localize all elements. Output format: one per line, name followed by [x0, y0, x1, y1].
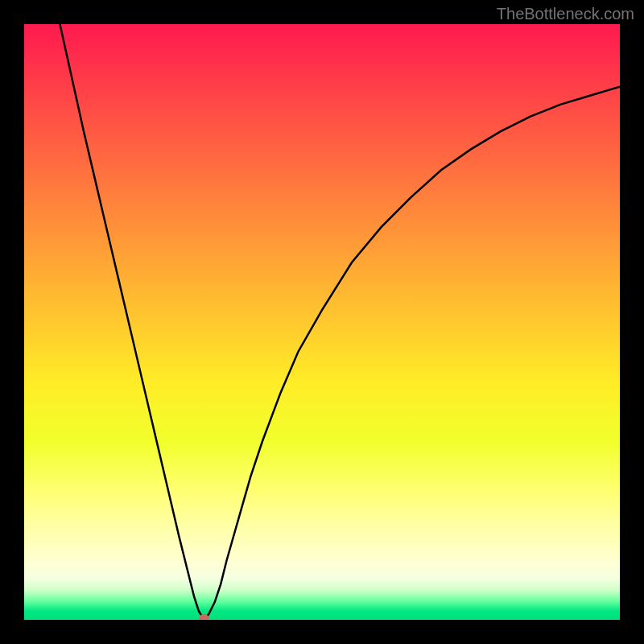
- bottleneck-curve: [60, 24, 620, 618]
- chart-container: TheBottleneck.com: [0, 0, 644, 644]
- plot-area: [24, 24, 620, 620]
- watermark-text: TheBottleneck.com: [497, 5, 634, 23]
- chart-svg: [24, 24, 620, 620]
